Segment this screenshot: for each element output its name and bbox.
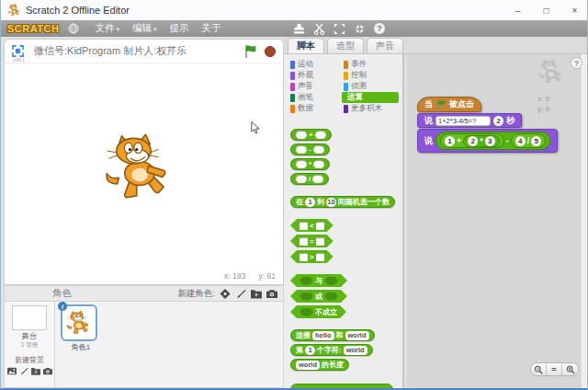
palette-block[interactable] xyxy=(290,384,393,388)
camera-icon[interactable] xyxy=(266,289,277,299)
stage-thumbnail[interactable] xyxy=(12,305,47,330)
scripts-scrollbar[interactable] xyxy=(581,54,588,388)
round-slot xyxy=(313,160,324,168)
cat-sprite[interactable] xyxy=(101,132,178,203)
backdrop-library-icon[interactable] xyxy=(7,367,17,375)
delete-scissors-icon[interactable] xyxy=(313,23,325,35)
category-事件[interactable]: 事件 xyxy=(342,59,399,70)
tab-costumes[interactable]: 造型 xyxy=(327,38,364,53)
version-label: v461 xyxy=(13,57,25,63)
sprite-item[interactable]: i 角色1 xyxy=(61,304,97,352)
number-pill[interactable]: 3 xyxy=(485,136,495,146)
titlebar: Scratch 2 Offline Editor – □ × xyxy=(1,0,588,20)
close-button[interactable]: × xyxy=(560,0,588,20)
help-button[interactable]: ? xyxy=(571,57,582,69)
upload-folder-icon[interactable] xyxy=(31,367,40,375)
palette-block[interactable]: + xyxy=(290,129,332,141)
sprite-thumbnail[interactable] xyxy=(61,304,97,341)
project-title: 微信号:KidProgram 制片人:权芹乐 xyxy=(34,44,243,58)
category-运动[interactable]: 运动 xyxy=(288,59,342,70)
menu-about-label: 关于 xyxy=(202,22,221,33)
tab-scripts[interactable]: 脚本 xyxy=(288,38,324,53)
paint-brush-icon[interactable] xyxy=(235,289,246,299)
sprite-info-icon[interactable]: i xyxy=(58,302,67,311)
palette-block[interactable]: / xyxy=(290,173,329,185)
category-数据[interactable]: 数据 xyxy=(288,103,342,114)
tab-sounds-label: 声音 xyxy=(376,40,394,52)
scratch-logo[interactable]: SCRATCH xyxy=(7,23,59,34)
green-flag-icon xyxy=(435,99,447,110)
say-block[interactable]: 说1+2*3-4/5 xyxy=(417,129,558,153)
number-pill[interactable]: 4 xyxy=(515,136,526,146)
number-pill[interactable]: 2 xyxy=(468,136,478,146)
new-sprite-toolbar: 新建角色: xyxy=(177,288,277,300)
stage-selector[interactable]: 舞台 1 背景 新建背景 xyxy=(5,302,55,387)
zoom-out-button[interactable] xyxy=(531,363,547,375)
palette-block[interactable]: > xyxy=(290,250,334,263)
minimize-button[interactable]: – xyxy=(503,0,532,20)
duration-input[interactable]: 2 xyxy=(493,116,503,126)
tab-sounds[interactable]: 声音 xyxy=(367,38,403,53)
upload-folder-icon[interactable] xyxy=(251,289,262,299)
category-更多积木[interactable]: 更多积木 xyxy=(342,103,399,114)
maximize-button[interactable]: □ xyxy=(532,0,560,20)
number-pill[interactable]: 5 xyxy=(531,136,541,146)
sprite-library-icon[interactable] xyxy=(220,289,231,299)
paint-brush-icon[interactable] xyxy=(19,367,28,375)
green-flag-button[interactable] xyxy=(243,44,258,59)
menu-tips[interactable]: 提示 xyxy=(164,22,196,35)
menu-edit[interactable]: 编辑▾ xyxy=(126,22,164,35)
palette-block[interactable]: = xyxy=(290,235,334,247)
zoom-controls: = xyxy=(530,362,579,376)
scripts-canvas[interactable]: x: 0 y: 0 当被点击说1+2*3-4/5=?2秒说1+2*3-4/5 xyxy=(407,54,581,388)
say-text-input[interactable]: 1+2*3-4/5=? xyxy=(435,116,491,126)
round-slot xyxy=(296,131,307,139)
camera-icon[interactable] xyxy=(43,367,52,375)
say-for-secs-block[interactable]: 说1+2*3-4/5=?2秒 xyxy=(417,113,522,128)
operator-subtract-block[interactable]: 1+2*3-4/5 xyxy=(435,132,550,150)
category-运算[interactable]: 运算 xyxy=(342,92,399,103)
sprites-panel: 舞台 1 背景 新建背景 i 角色1 xyxy=(4,302,284,388)
round-slot xyxy=(296,145,307,154)
category-外观[interactable]: 外观 xyxy=(288,70,342,81)
number-field: 10 xyxy=(326,198,336,207)
palette-block[interactable]: world的长度 xyxy=(290,359,349,371)
operator-add-block[interactable]: 1+2*3 xyxy=(440,133,504,148)
palette-block[interactable]: - xyxy=(290,143,330,155)
palette-block[interactable]: 或 xyxy=(290,290,347,303)
palette-block[interactable]: 不成立 xyxy=(290,305,346,318)
zoom-in-button[interactable] xyxy=(562,363,578,375)
language-globe-icon[interactable] xyxy=(68,23,79,34)
operator-divide-block[interactable]: 4/5 xyxy=(511,133,547,148)
shrink-icon[interactable] xyxy=(354,23,366,35)
fullscreen-icon[interactable] xyxy=(12,45,24,57)
palette-block[interactable]: 在1到10间随机选一个数 xyxy=(290,196,395,208)
block-help-icon[interactable]: ? xyxy=(374,23,385,34)
text-field: world xyxy=(296,361,320,370)
menu-file[interactable]: 文件▾ xyxy=(88,22,126,35)
palette-block[interactable]: < xyxy=(290,219,334,232)
grow-icon[interactable] xyxy=(334,23,345,35)
operator-multiply-block[interactable]: 2*3 xyxy=(463,135,500,147)
category-color-swatch xyxy=(344,72,348,80)
category-控制[interactable]: 控制 xyxy=(342,70,399,81)
palette-block[interactable]: * xyxy=(290,158,330,170)
stop-button[interactable] xyxy=(265,46,276,57)
category-color-swatch xyxy=(290,94,295,102)
new-backdrop-toolbar xyxy=(5,367,54,375)
sprites-header: 角色 新建角色: xyxy=(4,285,284,302)
zoom-reset-button[interactable]: = xyxy=(547,363,562,375)
boolean-slot xyxy=(300,292,313,301)
block-palette: 运动外观声音画笔数据事件控制侦测运算更多积木 +-*/在1到10间随机选一个数<… xyxy=(284,54,403,388)
number-pill[interactable]: 1 xyxy=(445,136,455,146)
palette-block[interactable]: 与 xyxy=(290,274,347,287)
palette-block[interactable]: 第1个字符:world xyxy=(290,344,373,356)
palette-block[interactable]: 连接hello和world xyxy=(290,329,375,341)
duplicate-stamp-icon[interactable] xyxy=(293,23,305,35)
category-侦测[interactable]: 侦测 xyxy=(342,81,399,92)
category-画笔[interactable]: 画笔 xyxy=(288,92,342,103)
caret-down-icon: ▾ xyxy=(153,26,157,32)
category-声音[interactable]: 声音 xyxy=(288,81,342,92)
menu-about[interactable]: 关于 xyxy=(196,22,228,35)
when-flag-clicked-block[interactable]: 当被点击 xyxy=(417,97,481,112)
